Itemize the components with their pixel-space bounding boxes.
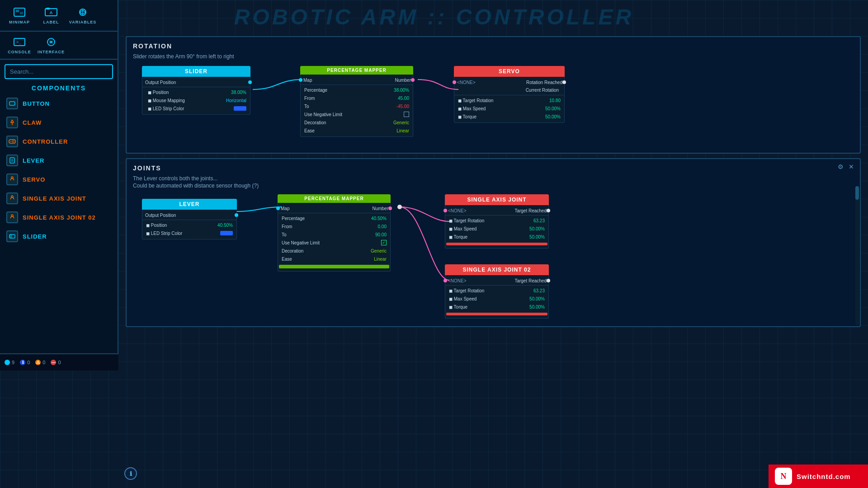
lever-node: LEVER Output Position ◼ Position 40.50% … xyxy=(142,199,237,239)
slider-led-swatch xyxy=(234,106,246,111)
servo-curr-rot-row: Current Rotation xyxy=(454,86,564,94)
lever-led-label: ◼ LED Strip Color xyxy=(146,231,182,236)
single-axis-joint-icon xyxy=(6,192,18,204)
pct-j-to-row: To 90.00 xyxy=(278,230,390,239)
label-button[interactable]: A LABEL xyxy=(35,4,67,27)
saj-torque-val: 50.00% xyxy=(529,235,545,239)
saj-maxspeed-val: 50.00% xyxy=(529,226,545,231)
joints-scrollbar[interactable] xyxy=(855,186,859,325)
pct-neg-row: Use Negative Limit xyxy=(301,110,413,118)
toolbar-row1: MINIMAP A LABEL VARIABLES xyxy=(0,0,118,32)
status-count-blue: 0 xyxy=(27,360,30,365)
saj02-maxspeed-val: 50.00% xyxy=(529,296,545,301)
svg-rect-1 xyxy=(16,10,19,12)
saj02-target-rot-val: 63.23 xyxy=(533,288,545,293)
pct-j-from-label: From xyxy=(282,224,292,229)
pct-deco-val: Generic xyxy=(393,120,409,125)
console-button[interactable]: >_ CONSOLE xyxy=(4,33,35,57)
sidebar-item-claw[interactable]: CLAW xyxy=(3,113,115,131)
sidebar-item-lever[interactable]: LEVER xyxy=(3,151,115,169)
saj02-node-header: SINGLE AXIS JOINT 02 xyxy=(445,264,549,275)
slider-icon xyxy=(6,230,18,242)
button-label: BUTTON xyxy=(23,100,50,107)
lever-icon xyxy=(6,155,18,166)
slider-label: SLIDER xyxy=(23,233,47,240)
saj-node: SINGLE AXIS JOINT <NONE> Target Reached … xyxy=(445,194,549,249)
status-dot-cyan xyxy=(5,360,10,365)
pct-j-to-label: To xyxy=(282,232,287,237)
svg-point-19 xyxy=(11,196,13,197)
sidebar-item-controller[interactable]: CONTROLLER xyxy=(3,132,115,150)
sidebar-item-servo[interactable]: SERVO xyxy=(3,170,115,188)
component-list: BUTTON CLAW CONTROLLER xyxy=(0,94,118,371)
slider-led-label: ◼ LED Strip Color xyxy=(146,106,184,111)
info-button[interactable]: ℹ xyxy=(124,467,137,480)
servo-maxspeed-label: ◼ Max Speed xyxy=(458,106,486,111)
pct-j-ease-label: Ease xyxy=(282,257,292,262)
variables-icon xyxy=(76,6,90,18)
sidebar-item-slider[interactable]: SLIDER xyxy=(3,227,115,245)
components-header: COMPONENTS xyxy=(0,81,118,94)
saj-maxspeed-label: ◼ Max Speed xyxy=(449,226,476,231)
saj-target-dot xyxy=(547,209,550,212)
joints-panel-icons: ⚙ ✕ xyxy=(836,163,855,171)
servo-node: SERVO <NONE> Rotation Reached Current Ro… xyxy=(454,66,565,123)
status-count-red: 0 xyxy=(58,360,61,365)
status-count-cyan: 9 xyxy=(12,360,14,365)
sidebar-item-single-axis-joint-02[interactable]: SINGLE AXIS JOINT 02 xyxy=(3,208,115,226)
status-bar: 9 ℹ 0 ⚠ 0 — 0 xyxy=(0,353,118,371)
pct-j-to-val: 90.00 xyxy=(375,232,387,237)
joints-settings-button[interactable]: ⚙ xyxy=(836,163,844,171)
pct-from-row: From 45.00 xyxy=(301,94,413,102)
pct-neg-checkbox xyxy=(404,112,409,117)
pct-j-pct-row: Percentage 40.50% xyxy=(278,214,390,222)
saj02-target-rot-label: ◼ Target Rotation xyxy=(449,288,484,293)
pct-deco-label: Decoration xyxy=(304,120,326,125)
saj-target-rot-label: ◼ Target Rotation xyxy=(449,218,484,223)
saj02-target-reached-label: Target Reached xyxy=(514,278,548,283)
pct-from-label: From xyxy=(304,96,315,101)
saj02-red-bar xyxy=(446,313,547,315)
joints-description: The Lever controls both the joints... Co… xyxy=(133,175,854,189)
pct-from-val: 45.00 xyxy=(398,96,409,101)
lever-label: LEVER xyxy=(23,157,44,164)
saj-none-label: <NONE> xyxy=(445,208,514,213)
pct-pct-row: Percentage 38.00% xyxy=(301,86,413,94)
interface-button[interactable]: INTERFACE xyxy=(35,33,67,57)
claw-icon xyxy=(6,117,18,128)
joints-close-button[interactable]: ✕ xyxy=(847,163,855,171)
minimap-button[interactable]: MINIMAP xyxy=(4,4,35,27)
saj02-maxspeed-row: ◼ Max Speed 50.00% xyxy=(445,295,548,303)
pct-j-ease-row: Ease Linear xyxy=(278,255,390,263)
svg-point-20 xyxy=(11,215,13,216)
slider-node-body: Output Position ◼ Position 38.00% ◼ Mous… xyxy=(142,77,250,115)
servo-maxspeed-val: 50.00% xyxy=(545,106,561,111)
servo-curr-rot-label: Current Rotation xyxy=(526,88,559,93)
search-input[interactable] xyxy=(5,64,113,79)
pct-j-deco-row: Decoration Generic xyxy=(278,247,390,255)
sidebar-item-button[interactable]: BUTTON xyxy=(3,94,115,113)
variables-button[interactable]: VARIABLES xyxy=(67,4,99,27)
svg-text:>_: >_ xyxy=(16,40,21,44)
console-label: CONSOLE xyxy=(8,50,31,54)
pct-j-ease-val: Linear xyxy=(374,257,387,262)
saj-torque-row: ◼ Torque 50.00% xyxy=(445,233,548,241)
status-item-blue: ℹ 0 xyxy=(20,360,30,365)
nintendo-text: Switchntd.com xyxy=(797,473,851,480)
rotation-panel: ROTATION Slider rotates the Arm 90° from… xyxy=(126,36,861,154)
joints-node-graph: LEVER Output Position ◼ Position 40.50% … xyxy=(133,194,854,321)
pct-mapper-rotation-header: PERCENTAGE MAPPER xyxy=(300,66,413,75)
sidebar-item-single-axis-joint[interactable]: SINGLE AXIS JOINT xyxy=(3,189,115,207)
svg-text:A: A xyxy=(50,10,53,15)
pct-mapper-rotation-node: PERCENTAGE MAPPER Map Number Percentage … xyxy=(300,66,413,137)
slider-mouse-value: Horizontal xyxy=(226,98,246,103)
joints-scrollbar-thumb[interactable] xyxy=(855,186,859,200)
pct-map-val: Number xyxy=(395,78,413,83)
saj-torque-label: ◼ Torque xyxy=(449,235,467,239)
status-item-cyan: 9 xyxy=(5,360,14,365)
label-icon: A xyxy=(44,6,58,18)
interface-label: INTERFACE xyxy=(38,50,65,54)
svg-point-14 xyxy=(12,141,14,142)
sidebar: MINIMAP A LABEL VARIABLES xyxy=(0,0,118,371)
saj02-target-dot xyxy=(547,279,550,282)
